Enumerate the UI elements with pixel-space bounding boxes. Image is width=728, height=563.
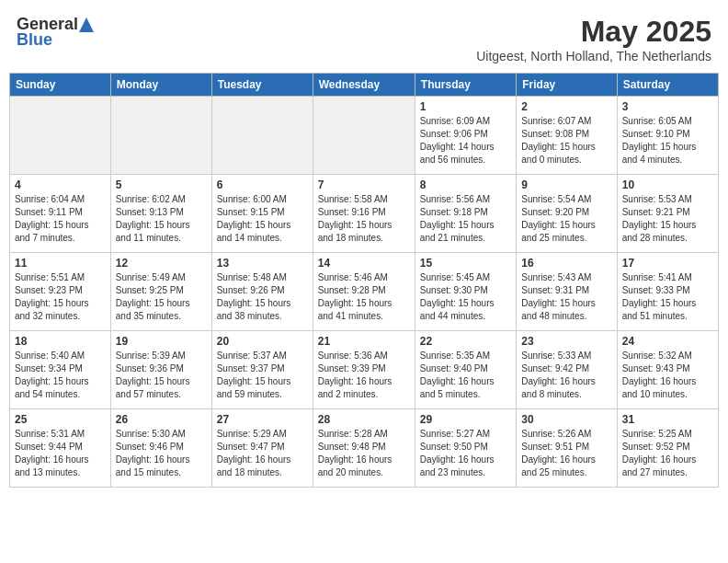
day-info: Sunrise: 5:58 AMSunset: 9:16 PMDaylight:… [318,193,410,245]
day-info: Sunrise: 5:32 AMSunset: 9:43 PMDaylight:… [622,350,713,401]
calendar-cell: 23Sunrise: 5:33 AMSunset: 9:42 PMDayligh… [517,331,617,409]
logo: General Blue [17,15,95,50]
day-info: Sunrise: 5:43 AMSunset: 9:31 PMDaylight:… [521,271,611,323]
calendar-cell: 4Sunrise: 6:04 AMSunset: 9:11 PMDaylight… [10,175,111,253]
calendar-cell [313,97,415,175]
day-info: Sunrise: 5:29 AMSunset: 9:47 PMDaylight:… [217,428,308,479]
day-number: 29 [420,413,511,426]
calendar-cell [10,97,111,175]
day-number: 22 [420,335,511,348]
calendar-cell: 27Sunrise: 5:29 AMSunset: 9:47 PMDayligh… [211,409,313,488]
day-number: 8 [420,178,511,191]
day-number: 30 [521,413,611,426]
calendar-cell: 3Sunrise: 6:05 AMSunset: 9:10 PMDaylight… [617,97,718,175]
calendar-cell: 19Sunrise: 5:39 AMSunset: 9:36 PMDayligh… [110,331,211,409]
day-number: 2 [521,100,611,113]
day-number: 9 [521,178,611,191]
day-info: Sunrise: 5:27 AMSunset: 9:50 PMDaylight:… [420,428,511,479]
day-number: 31 [622,413,713,426]
logo-icon [79,17,94,32]
day-number: 7 [318,178,410,191]
day-number: 23 [521,335,611,348]
week-row-4: 18Sunrise: 5:40 AMSunset: 9:34 PMDayligh… [10,331,719,409]
day-info: Sunrise: 5:56 AMSunset: 9:18 PMDaylight:… [420,193,511,245]
weekday-header-thursday: Thursday [415,74,516,97]
day-number: 15 [420,257,511,270]
day-info: Sunrise: 5:39 AMSunset: 9:36 PMDaylight:… [116,350,207,401]
day-info: Sunrise: 5:48 AMSunset: 9:26 PMDaylight:… [217,271,308,323]
calendar-cell: 25Sunrise: 5:31 AMSunset: 9:44 PMDayligh… [10,409,111,488]
day-number: 21 [318,335,410,348]
day-info: Sunrise: 6:05 AMSunset: 9:10 PMDaylight:… [622,115,713,167]
week-row-1: 1Sunrise: 6:09 AMSunset: 9:06 PMDaylight… [10,97,719,175]
page-header: General Blue May 2025 Uitgeest, North Ho… [9,9,719,69]
calendar-cell [211,97,313,175]
day-number: 10 [622,178,713,191]
day-info: Sunrise: 5:54 AMSunset: 9:20 PMDaylight:… [521,193,611,245]
day-number: 25 [15,413,106,426]
svg-marker-0 [79,17,94,32]
day-info: Sunrise: 5:35 AMSunset: 9:40 PMDaylight:… [420,350,511,401]
calendar-cell: 14Sunrise: 5:46 AMSunset: 9:28 PMDayligh… [313,253,415,331]
day-info: Sunrise: 5:28 AMSunset: 9:48 PMDaylight:… [318,428,410,479]
day-info: Sunrise: 6:00 AMSunset: 9:15 PMDaylight:… [217,193,308,245]
day-number: 16 [521,257,611,270]
day-number: 11 [15,257,106,270]
day-info: Sunrise: 5:36 AMSunset: 9:39 PMDaylight:… [318,350,410,401]
calendar-cell: 7Sunrise: 5:58 AMSunset: 9:16 PMDaylight… [313,175,415,253]
day-info: Sunrise: 5:40 AMSunset: 9:34 PMDaylight:… [15,350,106,401]
calendar-cell: 30Sunrise: 5:26 AMSunset: 9:51 PMDayligh… [517,409,617,488]
calendar-cell: 31Sunrise: 5:25 AMSunset: 9:52 PMDayligh… [617,409,718,488]
day-number: 26 [116,413,207,426]
day-number: 12 [116,257,207,270]
day-number: 19 [116,335,207,348]
day-number: 1 [420,100,511,113]
calendar-cell: 29Sunrise: 5:27 AMSunset: 9:50 PMDayligh… [415,409,516,488]
day-info: Sunrise: 5:37 AMSunset: 9:37 PMDaylight:… [217,350,308,401]
calendar-cell: 2Sunrise: 6:07 AMSunset: 9:08 PMDaylight… [517,97,617,175]
calendar-cell: 18Sunrise: 5:40 AMSunset: 9:34 PMDayligh… [10,331,111,409]
calendar-cell: 26Sunrise: 5:30 AMSunset: 9:46 PMDayligh… [110,409,211,488]
day-info: Sunrise: 5:45 AMSunset: 9:30 PMDaylight:… [420,271,511,323]
day-number: 13 [217,257,308,270]
day-info: Sunrise: 5:51 AMSunset: 9:23 PMDaylight:… [15,271,106,323]
calendar-cell: 11Sunrise: 5:51 AMSunset: 9:23 PMDayligh… [10,253,111,331]
weekday-header-tuesday: Tuesday [211,74,313,97]
calendar-cell: 8Sunrise: 5:56 AMSunset: 9:18 PMDaylight… [415,175,516,253]
title-area: May 2025 Uitgeest, North Holland, The Ne… [476,15,711,63]
day-info: Sunrise: 5:41 AMSunset: 9:33 PMDaylight:… [622,271,713,323]
weekday-header-friday: Friday [517,74,617,97]
weekday-header-sunday: Sunday [10,74,111,97]
day-number: 27 [217,413,308,426]
week-row-2: 4Sunrise: 6:04 AMSunset: 9:11 PMDaylight… [10,175,719,253]
weekday-header-row: SundayMondayTuesdayWednesdayThursdayFrid… [10,74,719,97]
month-title: May 2025 [476,15,711,49]
calendar-cell: 24Sunrise: 5:32 AMSunset: 9:43 PMDayligh… [617,331,718,409]
weekday-header-wednesday: Wednesday [313,74,415,97]
calendar-table: SundayMondayTuesdayWednesdayThursdayFrid… [9,73,719,488]
calendar-cell: 13Sunrise: 5:48 AMSunset: 9:26 PMDayligh… [211,253,313,331]
logo-blue-text: Blue [17,30,52,50]
calendar-cell: 28Sunrise: 5:28 AMSunset: 9:48 PMDayligh… [313,409,415,488]
day-info: Sunrise: 5:31 AMSunset: 9:44 PMDaylight:… [15,428,106,479]
day-number: 4 [15,178,106,191]
week-row-3: 11Sunrise: 5:51 AMSunset: 9:23 PMDayligh… [10,253,719,331]
day-number: 28 [318,413,410,426]
calendar-cell: 10Sunrise: 5:53 AMSunset: 9:21 PMDayligh… [617,175,718,253]
weekday-header-saturday: Saturday [617,74,718,97]
day-number: 14 [318,257,410,270]
calendar-cell: 6Sunrise: 6:00 AMSunset: 9:15 PMDaylight… [211,175,313,253]
day-info: Sunrise: 5:30 AMSunset: 9:46 PMDaylight:… [116,428,207,479]
week-row-5: 25Sunrise: 5:31 AMSunset: 9:44 PMDayligh… [10,409,719,488]
day-info: Sunrise: 5:25 AMSunset: 9:52 PMDaylight:… [622,428,713,479]
day-number: 24 [622,335,713,348]
calendar-cell: 9Sunrise: 5:54 AMSunset: 9:20 PMDaylight… [517,175,617,253]
day-info: Sunrise: 6:07 AMSunset: 9:08 PMDaylight:… [521,115,611,167]
day-number: 17 [622,257,713,270]
calendar-cell: 22Sunrise: 5:35 AMSunset: 9:40 PMDayligh… [415,331,516,409]
calendar-cell [110,97,211,175]
calendar-cell: 5Sunrise: 6:02 AMSunset: 9:13 PMDaylight… [110,175,211,253]
calendar-cell: 21Sunrise: 5:36 AMSunset: 9:39 PMDayligh… [313,331,415,409]
day-info: Sunrise: 6:09 AMSunset: 9:06 PMDaylight:… [420,115,511,167]
day-info: Sunrise: 5:26 AMSunset: 9:51 PMDaylight:… [521,428,611,479]
